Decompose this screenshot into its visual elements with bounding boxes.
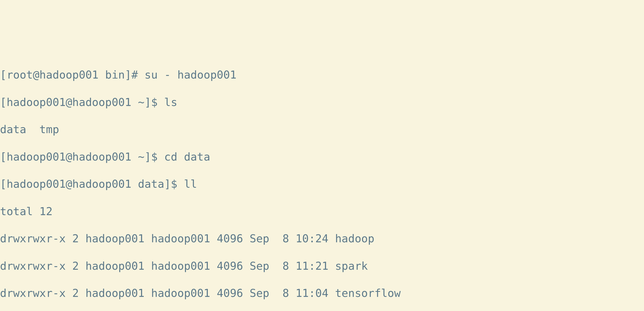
terminal-line-prompt-ll: [hadoop001@hadoop001 data]$ ll bbox=[0, 177, 644, 191]
terminal-line-dir-hadoop: drwxrwxr-x 2 hadoop001 hadoop001 4096 Se… bbox=[0, 232, 644, 245]
terminal-line-prompt-cd-data: [hadoop001@hadoop001 ~]$ cd data bbox=[0, 150, 644, 164]
terminal-line-total: total 12 bbox=[0, 205, 644, 218]
terminal-line-dir-tensorflow: drwxrwxr-x 2 hadoop001 hadoop001 4096 Se… bbox=[0, 287, 644, 300]
terminal-line-prompt-ls: [hadoop001@hadoop001 ~]$ ls bbox=[0, 96, 644, 109]
terminal-line-prompt-su: [root@hadoop001 bin]# su - hadoop001 bbox=[0, 68, 644, 82]
terminal-output: [root@hadoop001 bin]# su - hadoop001 [ha… bbox=[0, 55, 644, 311]
terminal-line-ls-output: data tmp bbox=[0, 123, 644, 136]
terminal-line-dir-spark: drwxrwxr-x 2 hadoop001 hadoop001 4096 Se… bbox=[0, 259, 644, 273]
